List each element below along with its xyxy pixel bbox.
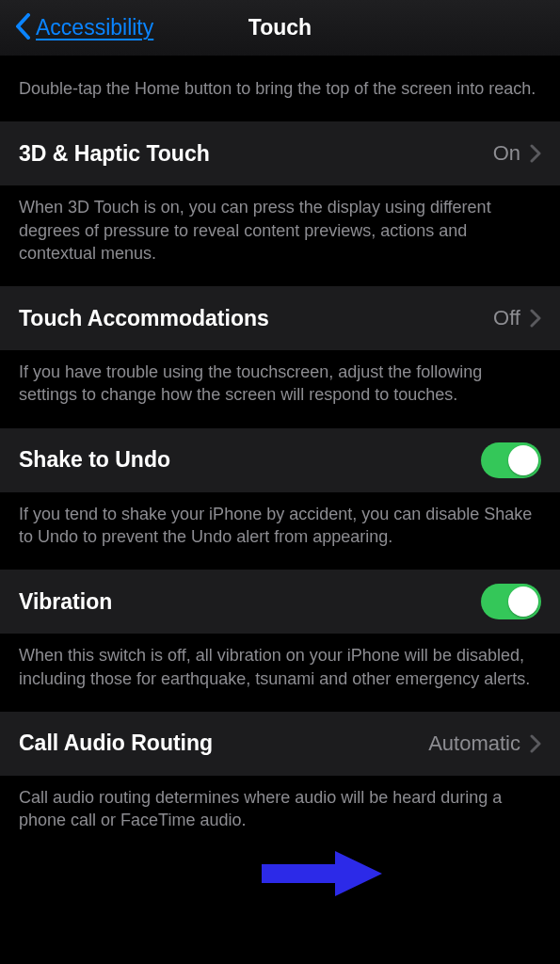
row-value: Automatic <box>428 731 520 756</box>
row-label: 3D & Haptic Touch <box>19 141 210 167</box>
arrow-annotation-icon <box>262 847 384 904</box>
chevron-right-icon <box>530 734 541 753</box>
row-label: Call Audio Routing <box>19 731 213 756</box>
vibration-footer: When this switch is off, all vibration o… <box>0 635 560 711</box>
row-vibration: Vibration <box>0 569 560 635</box>
row-touch-accommodations[interactable]: Touch Accommodations Off <box>0 285 560 351</box>
call-audio-footer: Call audio routing determines where audi… <box>0 777 560 853</box>
chevron-right-icon <box>530 144 541 163</box>
vibration-toggle[interactable] <box>481 584 541 619</box>
svg-marker-0 <box>262 851 382 896</box>
back-button[interactable]: Accessibility <box>15 13 153 43</box>
row-call-audio-routing[interactable]: Call Audio Routing Automatic <box>0 711 560 777</box>
touch-accom-footer: If you have trouble using the touchscree… <box>0 351 560 427</box>
row-value: Off <box>493 306 520 330</box>
row-label: Touch Accommodations <box>19 306 269 331</box>
row-value: On <box>493 141 520 166</box>
chevron-left-icon <box>15 13 32 43</box>
nav-bar: Accessibility Touch <box>0 0 560 56</box>
row-shake-to-undo: Shake to Undo <box>0 427 560 493</box>
row-3d-haptic-touch[interactable]: 3D & Haptic Touch On <box>0 120 560 186</box>
chevron-right-icon <box>530 309 541 328</box>
shake-footer: If you tend to shake your iPhone by acci… <box>0 493 560 570</box>
reachability-footer: Double-tap the Home button to bring the … <box>0 56 560 120</box>
row-label: Vibration <box>19 589 112 615</box>
shake-to-undo-toggle[interactable] <box>481 442 541 478</box>
haptic-footer: When 3D Touch is on, you can press the d… <box>0 186 560 285</box>
back-label: Accessibility <box>36 15 153 40</box>
row-label: Shake to Undo <box>19 447 170 473</box>
